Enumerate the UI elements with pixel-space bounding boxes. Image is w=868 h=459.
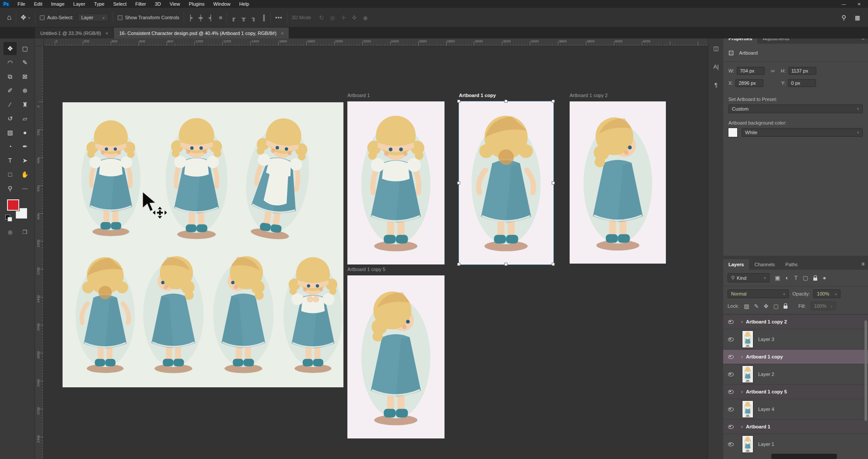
- chevron-down-icon[interactable]: ∨: [738, 390, 746, 394]
- more-options-icon[interactable]: •••: [275, 14, 283, 21]
- visibility-toggle[interactable]: [723, 355, 738, 359]
- layer-group-row[interactable]: ∨Artboard 1 copy: [723, 349, 868, 364]
- roll-3d-icon[interactable]: ◎: [330, 14, 335, 21]
- document-tab-2[interactable]: 16- Consistent Character design.psd @ 40…: [114, 28, 289, 38]
- artboard-bg-color-dropdown[interactable]: White∨: [742, 128, 863, 137]
- distribute-bottom-edges-icon[interactable]: ╖: [252, 14, 256, 21]
- lock-all-icon[interactable]: [784, 306, 788, 309]
- link-dimensions-icon[interactable]: ∞: [771, 68, 775, 74]
- zoom-tool[interactable]: ⚲: [4, 182, 17, 195]
- menu-layer[interactable]: Layer: [69, 0, 90, 8]
- align-left-edges-icon[interactable]: ╞: [189, 14, 192, 21]
- artboard-preset-dropdown[interactable]: Custom∨: [728, 104, 863, 113]
- menu-help[interactable]: Help: [235, 0, 254, 8]
- distribute-vertical-centers-icon[interactable]: ╥: [242, 14, 245, 21]
- visibility-toggle[interactable]: [723, 390, 738, 394]
- edit-toolbar[interactable]: ⋯: [18, 182, 32, 195]
- menu-image[interactable]: Image: [47, 0, 69, 8]
- path-selection-tool[interactable]: ➤: [18, 154, 32, 167]
- layer-row[interactable]: Layer 4: [723, 399, 868, 419]
- visibility-toggle[interactable]: [723, 442, 738, 446]
- horizontal-ruler[interactable]: 0200400600800100012001400160018002000220…: [35, 38, 708, 46]
- selection-handle[interactable]: [504, 263, 508, 266]
- marquee-tool[interactable]: ▢: [18, 42, 32, 55]
- tab-channels[interactable]: Channels: [749, 259, 780, 270]
- filter-smart-objects-icon[interactable]: [813, 278, 817, 281]
- height-field[interactable]: 1137 px: [788, 67, 816, 75]
- filter-type-layers-icon[interactable]: T: [794, 275, 798, 281]
- ruler-origin-corner[interactable]: [35, 38, 44, 46]
- menu-3d[interactable]: 3D: [150, 0, 165, 8]
- screen-mode-icon[interactable]: ❐: [18, 226, 32, 239]
- rectangle-tool[interactable]: □: [4, 168, 17, 181]
- menu-type[interactable]: Type: [90, 0, 109, 8]
- canvas-area[interactable]: Artboard 1Artboard 1 copyArtboard 1 copy…: [44, 46, 708, 459]
- selection-handle[interactable]: [504, 100, 508, 103]
- menu-view[interactable]: View: [165, 0, 185, 8]
- history-brush-tool[interactable]: ↺: [4, 112, 17, 125]
- selection-handle[interactable]: [457, 263, 460, 266]
- blur-tool[interactable]: ●: [18, 126, 32, 139]
- layers-scrollbar[interactable]: [864, 320, 867, 421]
- chevron-down-icon[interactable]: ∨: [738, 425, 746, 429]
- type-tool[interactable]: T: [4, 154, 17, 167]
- show-transform-checkbox[interactable]: [118, 15, 122, 20]
- default-colors-icon-bg[interactable]: [8, 217, 12, 221]
- foreground-color-swatch[interactable]: [7, 199, 19, 211]
- opacity-field[interactable]: 100%∨: [813, 289, 840, 298]
- artboard-label[interactable]: Artboard 1 copy 2: [570, 93, 608, 98]
- close-tab-icon[interactable]: ×: [105, 31, 108, 36]
- align-right-edges-icon[interactable]: ╡: [209, 14, 213, 21]
- visibility-toggle[interactable]: [723, 337, 738, 341]
- home-icon[interactable]: ⌂: [7, 13, 11, 22]
- visibility-toggle[interactable]: [723, 372, 738, 376]
- artboard-label[interactable]: Artboard 1: [347, 93, 370, 98]
- layer-group-row[interactable]: ∨Artboard 1 copy 5: [723, 384, 868, 399]
- distribute-spacing-icon[interactable]: ║: [262, 14, 266, 21]
- artboard-artboard-1-copy[interactable]: [459, 101, 553, 264]
- character-panel-icon[interactable]: A|: [708, 63, 724, 70]
- artboard-bg-color-swatch[interactable]: [728, 128, 737, 137]
- artboard-artboard-1[interactable]: [347, 101, 444, 264]
- eraser-tool[interactable]: ▱: [18, 112, 32, 125]
- layer-thumbnail[interactable]: [742, 331, 753, 348]
- align-horizontal-centers-icon[interactable]: ╪: [199, 14, 203, 21]
- close-tab-icon[interactable]: ×: [281, 31, 284, 36]
- lock-paint-icon[interactable]: ✎: [754, 303, 759, 309]
- tab-layers[interactable]: Layers: [723, 259, 749, 270]
- layer-thumbnail[interactable]: [742, 401, 753, 417]
- chevron-down-icon[interactable]: ∨: [738, 355, 746, 359]
- selection-handle[interactable]: [552, 100, 555, 103]
- lock-transparency-icon[interactable]: ▨: [744, 303, 749, 309]
- orbit-3d-icon[interactable]: ↻: [319, 14, 324, 21]
- eyedropper-tool[interactable]: ✐: [4, 84, 17, 97]
- lock-artboard-icon[interactable]: ▢: [773, 303, 778, 309]
- y-field[interactable]: 0 px: [788, 79, 816, 87]
- selection-handle[interactable]: [457, 181, 460, 184]
- quick-selection-tool[interactable]: ✎: [18, 56, 32, 69]
- visibility-toggle[interactable]: [723, 425, 738, 429]
- fill-field[interactable]: 100%∨: [811, 302, 836, 310]
- gradient-tool[interactable]: ▧: [4, 126, 17, 139]
- clone-stamp-tool[interactable]: ♜: [18, 98, 32, 111]
- auto-select-target-dropdown[interactable]: Layer∨: [78, 14, 108, 21]
- drag-3d-icon[interactable]: ✛: [341, 14, 346, 21]
- layer-row[interactable]: Layer 1: [723, 434, 868, 454]
- brush-tool[interactable]: ∕: [4, 98, 17, 111]
- artboard-label[interactable]: Artboard 1 copy 5: [347, 267, 385, 272]
- menu-plugins[interactable]: Plugins: [184, 0, 209, 8]
- menu-select[interactable]: Select: [109, 0, 131, 8]
- x-field[interactable]: 2896 px: [735, 79, 763, 87]
- blend-mode-dropdown[interactable]: Normal∨: [728, 289, 789, 298]
- lasso-tool[interactable]: ◠: [4, 56, 17, 69]
- slide-3d-icon[interactable]: ✜: [352, 14, 357, 21]
- vertical-ruler[interactable]: 0200400600800100012001400160018002000220…: [35, 46, 44, 459]
- camera-3d-icon[interactable]: ◉: [363, 14, 368, 21]
- layer-group-row[interactable]: ∨Artboard 1: [723, 419, 868, 434]
- minimize-button[interactable]: —: [842, 2, 846, 7]
- layer-filter-kind-dropdown[interactable]: ⚲ Kind∨: [728, 273, 770, 282]
- tab-paths[interactable]: Paths: [780, 259, 803, 270]
- healing-brush-tool[interactable]: ⊕: [18, 84, 32, 97]
- align-distribute-icon[interactable]: ≡: [219, 14, 222, 21]
- quick-mask-icon[interactable]: ◎: [4, 226, 17, 239]
